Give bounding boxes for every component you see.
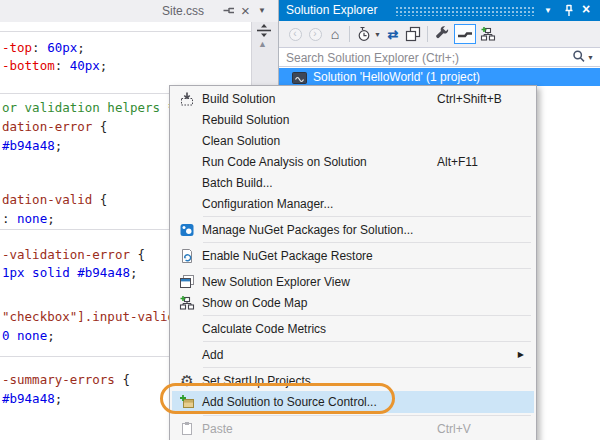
- sync-with-active-document-icon[interactable]: [478, 24, 498, 44]
- nuget-restore-icon: [172, 248, 202, 264]
- code-line: or validation helpers */: [2, 100, 183, 115]
- menu-item-calculate-code-metrics[interactable]: Calculate Code Metrics: [172, 318, 534, 339]
- titlebar-grip-texture: [395, 6, 535, 16]
- add-to-source-control-icon: [172, 394, 202, 410]
- menu-separator: [203, 242, 531, 243]
- scroll-up-icon[interactable]: ▲: [258, 39, 267, 49]
- pin-tab-icon[interactable]: [222, 4, 236, 18]
- search-icon[interactable]: [571, 49, 587, 65]
- filter-dropdown-icon[interactable]: ▼: [374, 31, 381, 38]
- toolbar-separator: [427, 26, 428, 42]
- close-panel-icon[interactable]: ×: [582, 1, 590, 17]
- code-line: -validation-error {: [2, 247, 145, 262]
- auto-hide-pin-icon[interactable]: [562, 3, 576, 18]
- menu-item-configuration-manager[interactable]: Configuration Manager...: [172, 193, 534, 214]
- solution-context-menu: Build Solution Ctrl+Shift+B Rebuild Solu…: [169, 85, 537, 440]
- submenu-arrow-icon: ▶: [518, 350, 524, 359]
- menu-separator: [203, 415, 531, 416]
- tab-site-css[interactable]: Site.css: [162, 4, 204, 18]
- visual-studio-window: Site.css × ▼ -top: 60px; -bottom: 40px; …: [0, 0, 600, 440]
- code-map-icon: [172, 295, 202, 311]
- code-line: dation-valid {: [2, 192, 107, 207]
- menu-item-add-solution-to-source-control[interactable]: Add Solution to Source Control...: [172, 391, 534, 413]
- editor-divider: [0, 31, 251, 32]
- search-options-dropdown-icon[interactable]: ▼: [587, 54, 594, 61]
- code-line: #b94a48;: [2, 391, 62, 406]
- menu-separator: [203, 367, 531, 368]
- paste-icon: [172, 421, 202, 437]
- solution-explorer-toolbar: ‹ › ⌂ ▼ ⇄: [279, 21, 600, 47]
- code-line: -bottom: 40px;: [2, 58, 107, 73]
- close-tab-icon[interactable]: ×: [241, 1, 250, 21]
- preview-selected-items-toggle[interactable]: [454, 24, 476, 44]
- window-position-dropdown-icon[interactable]: ▼: [544, 6, 552, 15]
- code-line: : none;: [2, 211, 55, 226]
- forward-icon[interactable]: ›: [305, 24, 325, 44]
- back-icon[interactable]: ‹: [285, 24, 305, 44]
- code-line: 0 none;: [2, 328, 55, 343]
- code-line: 1px solid #b94a48;: [2, 265, 137, 280]
- panel-title: Solution Explorer: [286, 3, 377, 17]
- menu-separator: [203, 315, 531, 316]
- menu-item-rebuild-solution[interactable]: Rebuild Solution: [172, 109, 534, 130]
- nuget-icon: [172, 222, 202, 238]
- new-view-icon: [172, 274, 202, 290]
- search-input[interactable]: [279, 48, 559, 66]
- properties-wrench-icon[interactable]: [432, 24, 452, 44]
- document-tab-strip: Site.css × ▼: [0, 0, 279, 22]
- code-line: dation-error {: [2, 119, 107, 134]
- solution-icon: [292, 71, 307, 84]
- menu-item-enable-nuget-package-restore[interactable]: Enable NuGet Package Restore: [172, 245, 534, 266]
- menu-separator: [203, 268, 531, 269]
- code-line: "checkbox"].input-valida: [2, 309, 183, 324]
- menu-item-build-solution[interactable]: Build Solution Ctrl+Shift+B: [172, 88, 534, 109]
- home-icon[interactable]: ⌂: [325, 24, 345, 44]
- code-line: -top: 60px;: [2, 40, 85, 55]
- build-icon: [172, 91, 202, 107]
- code-line: -summary-errors {: [2, 372, 130, 387]
- gear-icon: ⚙: [172, 372, 202, 390]
- menu-item-set-startup-projects[interactable]: ⚙ Set StartUp Projects...: [172, 370, 534, 391]
- collapse-all-icon[interactable]: [403, 24, 423, 44]
- menu-item-clean-solution[interactable]: Clean Solution: [172, 130, 534, 151]
- tree-row-solution[interactable]: Solution 'HelloWorld' (1 project): [279, 68, 600, 86]
- code-line: #b94a48;: [2, 138, 62, 153]
- menu-item-paste[interactable]: Paste Ctrl+V: [172, 418, 534, 439]
- menu-item-add[interactable]: Add ▶: [172, 344, 534, 365]
- tree-row-label: Solution 'HelloWorld' (1 project): [313, 70, 480, 84]
- search-box: ▼: [279, 47, 600, 67]
- split-window-handle-icon[interactable]: [255, 23, 273, 38]
- menu-separator: [203, 341, 531, 342]
- toolbar-separator: [349, 26, 350, 42]
- menu-item-run-code-analysis[interactable]: Run Code Analysis on Solution Alt+F11: [172, 151, 534, 172]
- menu-item-show-on-code-map[interactable]: Show on Code Map: [172, 292, 534, 313]
- tab-list-dropdown-icon[interactable]: ▼: [258, 6, 266, 15]
- menu-separator: [203, 216, 531, 217]
- menu-item-batch-build[interactable]: Batch Build...: [172, 172, 534, 193]
- menu-item-manage-nuget-packages[interactable]: Manage NuGet Packages for Solution...: [172, 219, 534, 240]
- solution-explorer-titlebar[interactable]: Solution Explorer ▼ ×: [279, 0, 600, 21]
- menu-item-new-solution-explorer-view[interactable]: New Solution Explorer View: [172, 271, 534, 292]
- refresh-icon[interactable]: ⇄: [383, 24, 403, 44]
- pending-changes-filter-icon[interactable]: [354, 24, 374, 44]
